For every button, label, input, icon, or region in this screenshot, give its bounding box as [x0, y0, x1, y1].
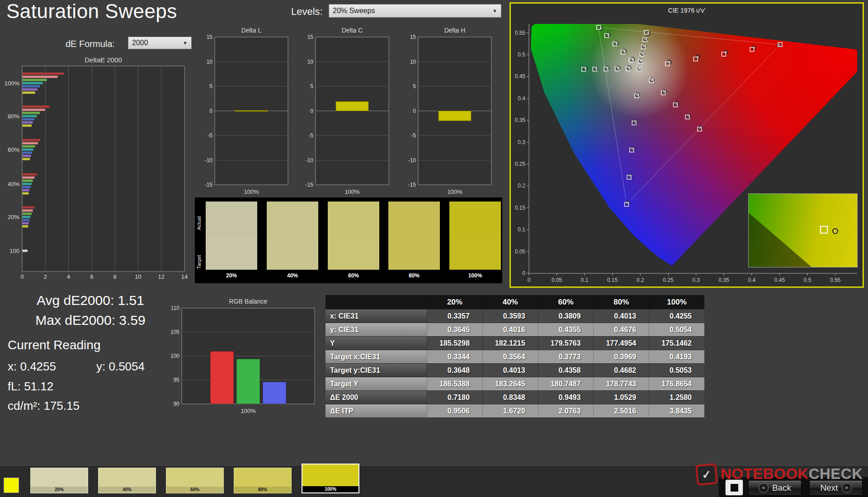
svg-text:12: 12 [158, 273, 164, 280]
deltae-bar [23, 173, 37, 176]
next-chevron-icon: » [842, 483, 852, 493]
target-swatch [449, 236, 501, 270]
saturation-tile[interactable]: 100% [302, 464, 359, 493]
deltae-bar [23, 76, 58, 78]
table-value: 0.3344 [427, 350, 482, 363]
table-value: 0.3593 [482, 309, 538, 323]
rgb-bar-blue [263, 382, 286, 404]
svg-text:4: 4 [67, 273, 70, 280]
table-row: Target x:CIE310.33440.35640.37730.39690.… [326, 350, 704, 364]
swatch-pair [267, 202, 318, 270]
svg-text:0.3: 0.3 [518, 139, 525, 145]
table-row-label: Target x:CIE31 [326, 350, 427, 363]
table-row: y: CIE310.36450.40160.43550.46760.5054 [326, 323, 704, 337]
actual-swatch [449, 202, 501, 236]
deltae-chart-title: DeltaE 2000 [22, 56, 184, 64]
swatch-label: 100% [449, 272, 501, 279]
svg-text:-10: -10 [306, 157, 314, 164]
inset-measured-point [832, 228, 838, 234]
window-toggle-button[interactable] [725, 479, 743, 496]
delta-l-chart: Delta L151050-5-10-15100% [201, 25, 296, 197]
notebookcheck-logo-icon: ✓ [695, 463, 718, 486]
table-value: 1.6720 [482, 404, 538, 417]
table-value: 0.3648 [427, 364, 482, 377]
deltae-bar [23, 225, 28, 228]
svg-text:100%: 100% [344, 188, 360, 195]
svg-text:0.15: 0.15 [515, 205, 526, 211]
deltae-bar [23, 79, 47, 81]
target-swatch [267, 236, 318, 270]
deltae-bar [23, 82, 43, 84]
deltae-bar [23, 250, 28, 252]
swatch-pair [206, 202, 257, 270]
gamut-edge-shade [749, 194, 857, 267]
saturation-tile[interactable]: 40% [98, 468, 156, 493]
svg-text:-15: -15 [408, 182, 416, 188]
svg-text:100%: 100% [447, 188, 462, 195]
swatch-label: 40% [267, 272, 318, 279]
table-value: 180.7487 [538, 377, 594, 390]
saturation-tile-label: 100% [302, 486, 359, 492]
current-color-swatch [4, 478, 19, 493]
deltae-bar [23, 125, 32, 127]
delta-bar [336, 102, 368, 111]
svg-text:0: 0 [522, 270, 525, 277]
saturation-tile[interactable]: 80% [234, 468, 292, 493]
svg-text:0.1: 0.1 [581, 277, 589, 283]
table-value: 0.3809 [538, 309, 594, 323]
back-button-label: Back [772, 483, 791, 493]
svg-text:5: 5 [310, 83, 313, 89]
deltae-bar [23, 192, 29, 195]
table-value: 0.3773 [538, 350, 594, 363]
table-value: 186.5388 [427, 377, 482, 390]
back-button[interactable]: « Back [748, 480, 802, 496]
deltae-bar [23, 139, 41, 141]
swatch-pair [328, 202, 379, 270]
svg-text:-5: -5 [208, 132, 212, 139]
table-row: ΔE 20000.71800.83480.94931.05291.2580 [326, 391, 704, 404]
svg-text:10: 10 [135, 273, 141, 280]
de-formula-dropdown[interactable]: 2000 ▼ [128, 37, 192, 49]
table-value: 182.1215 [482, 337, 538, 350]
deltae-bar [23, 149, 33, 151]
table-value: 179.5763 [538, 337, 594, 350]
svg-text:95: 95 [174, 377, 180, 383]
deltae-bar [23, 145, 35, 148]
table-header-cell: 60% [538, 295, 594, 309]
deltae-bar [23, 206, 35, 209]
table-value: 0.3645 [427, 323, 482, 336]
saturation-tile-label: 40% [99, 487, 156, 493]
table-value: 2.0763 [538, 404, 594, 417]
swatch-label: 60% [328, 272, 379, 279]
max-de2000-reading: Max dE2000: 3.59 [11, 313, 170, 328]
next-button[interactable]: Next » [809, 480, 863, 496]
svg-text:-10: -10 [408, 157, 416, 164]
table-value: 0.4676 [593, 323, 649, 336]
svg-text:-10: -10 [205, 157, 213, 164]
svg-text:0.55: 0.55 [830, 277, 841, 283]
table-header-cell: 20% [427, 295, 482, 309]
table-value: 1.2580 [649, 391, 704, 404]
table-header-cell: 80% [593, 295, 649, 309]
svg-text:0.4: 0.4 [518, 95, 525, 102]
svg-text:100: 100 [9, 248, 19, 254]
deltae-bar [23, 142, 38, 145]
saturation-tile[interactable]: 20% [30, 468, 88, 493]
deltae-bar [23, 180, 33, 182]
deltae-bar [23, 89, 38, 91]
svg-text:90: 90 [174, 401, 180, 407]
svg-text:5: 5 [209, 83, 212, 89]
reading-x: x: 0.4255 [8, 360, 56, 374]
de-formula-label: dE Formula: [66, 39, 115, 49]
table-value: 0.4193 [649, 350, 704, 363]
svg-text:40%: 40% [8, 181, 19, 188]
svg-text:-5: -5 [308, 132, 313, 139]
saturation-tile[interactable]: 60% [166, 468, 224, 493]
svg-text:0: 0 [20, 273, 24, 280]
table-value: 0.4358 [538, 364, 594, 377]
table-header-cell: 100% [649, 295, 704, 309]
svg-text:20%: 20% [8, 214, 19, 220]
swatch-label: 80% [388, 272, 440, 279]
levels-dropdown[interactable]: 20% Sweeps ▼ [329, 4, 501, 18]
window-icon [731, 484, 738, 492]
